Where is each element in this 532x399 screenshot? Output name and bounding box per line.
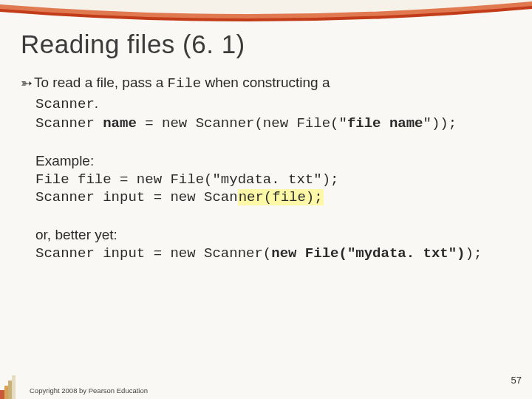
example-label: Example: [35,152,519,171]
better-block: or, better yet: Scanner input = new Scan… [35,226,519,262]
text: To read a file, pass a [34,75,168,90]
syntax-line: Scanner name = new Scanner(new File("fil… [35,115,519,133]
code-bold: new File("mydata. txt") [271,245,465,262]
better-label: or, better yet: [35,226,519,245]
example-line-2: Scanner input = new Scanner(file); [35,188,519,207]
body-text: ➳ To read a file, pass a File when const… [21,74,519,263]
corner-decoration [0,372,19,399]
code-placeholder: name [103,115,137,132]
text: . [95,95,98,111]
slide-title: Reading files (6. 1) [21,30,519,59]
code-text: File [168,75,202,92]
code-text: ")); [423,115,457,132]
code-text: ); [466,245,482,262]
page-number: 57 [511,375,522,386]
example-block: Example: File file = new File("mydata. t… [35,152,519,207]
bullet-icon: ➳ [21,75,33,93]
bullet-continuation: Scanner. [35,95,519,114]
slide-content: Reading files (6. 1) ➳ To read a file, p… [21,30,519,392]
example-line-1: File file = new File("mydata. txt"); [35,171,519,189]
copyright-footer: Copyright 2008 by Pearson Education [30,386,148,395]
bullet-text: To read a file, pass a File when constru… [34,74,330,93]
code-placeholder: file name [347,115,423,132]
bullet-line: ➳ To read a file, pass a File when const… [21,74,519,93]
code-text: Scanner input = new Scanner( [35,245,271,262]
code-text: Scanner [35,115,103,132]
decorative-top-curve [0,0,532,28]
text: when constructing a [201,75,330,90]
code-text: = new Scanner(new File(" [137,115,347,132]
better-line: Scanner input = new Scanner(new File("my… [35,245,519,263]
highlighted-code: ner(file); [238,189,324,205]
code-text: Scanner input = new Scan [35,189,238,205]
code-text: Scanner [35,96,95,112]
